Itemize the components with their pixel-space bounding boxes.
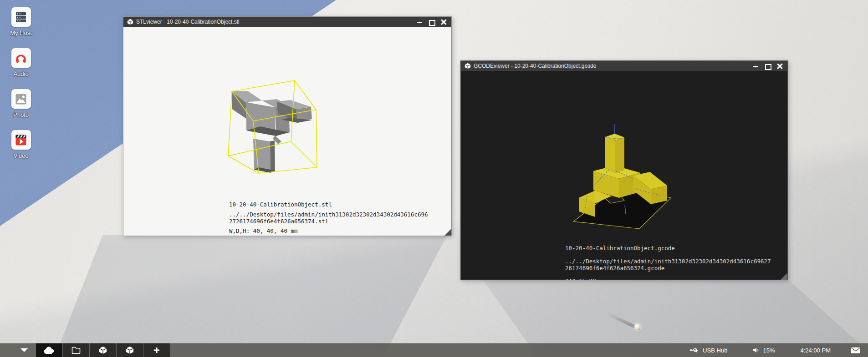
taskbar-cloud-button[interactable]	[36, 343, 62, 357]
desktop-icons: My Host Audio Photo	[0, 7, 42, 171]
stl-file-info: 10-20-40-CalibrationObject.stl ../../Des…	[229, 201, 428, 236]
stl-window-title: STLviewer - 10-20-40-CalibrationObject.s…	[136, 19, 416, 25]
stl-filepath-line2: 2726174696f6e4f626a656374.stl	[229, 218, 428, 225]
stl-filename: 10-20-40-CalibrationObject.stl	[229, 201, 428, 208]
taskbar-launchers	[13, 343, 170, 357]
desktop-icon-label: Audio	[13, 70, 28, 77]
photo-icon	[11, 89, 31, 109]
minimize-button[interactable]	[752, 63, 758, 69]
tray-usb[interactable]: USB Hub	[689, 347, 727, 354]
tray-clock[interactable]: 4:24:00 PM	[801, 347, 831, 354]
server-icon	[11, 7, 31, 27]
cube-icon	[465, 63, 471, 69]
chevron-down-icon	[20, 348, 28, 352]
volume-label: 15%	[763, 347, 775, 354]
clock-label: 4:24:00 PM	[801, 347, 831, 354]
headphones-icon	[11, 48, 31, 68]
desktop-icon-video[interactable]: Video	[0, 130, 42, 159]
desktop: My Host Audio Photo	[0, 0, 868, 357]
wall-nail	[634, 324, 640, 330]
folder-icon	[71, 347, 81, 354]
speaker-icon	[753, 347, 760, 353]
cube-icon	[99, 346, 107, 354]
cloud-icon	[44, 347, 55, 354]
stl-3d-viewport[interactable]: 10-20-40-CalibrationObject.stl ../../Des…	[123, 27, 451, 236]
stl-dimensions: W,D,H: 40, 40, 40 mm	[229, 227, 428, 234]
gcode-filesize: 244.15 KB	[565, 277, 771, 280]
desktop-icon-label: Video	[13, 152, 28, 159]
video-icon	[11, 130, 31, 150]
gcode-filename: 10-20-40-CalibrationObject.gcode	[565, 245, 771, 251]
cube-icon	[126, 346, 134, 354]
usb-icon	[689, 347, 700, 353]
minimize-button[interactable]	[416, 19, 422, 25]
taskbar-tray: USB Hub 15% 4:24:00 PM	[689, 343, 861, 357]
gcode-file-info: 10-20-40-CalibrationObject.gcode ../../D…	[565, 245, 771, 280]
desktop-icon-label: My Host	[10, 30, 32, 36]
taskbar-gcodeviewer-button[interactable]	[117, 343, 143, 357]
taskbar-expand-button[interactable]	[13, 343, 36, 357]
usb-label: USB Hub	[703, 347, 727, 354]
cube-icon	[127, 19, 133, 25]
stl-model-render	[219, 74, 333, 188]
tray-notifications[interactable]	[851, 347, 861, 354]
stl-filepath-line1: ../../Desktop/files/admin/inith31302d323…	[229, 211, 428, 218]
tray-volume[interactable]: 15%	[753, 347, 775, 354]
gcode-3d-viewport[interactable]: 10-20-40-CalibrationObject.gcode ../../D…	[461, 71, 787, 280]
stl-viewer-window: STLviewer - 10-20-40-CalibrationObject.s…	[123, 16, 452, 236]
gcode-window-title: GCODEviewer - 10-20-40-CalibrationObject…	[474, 63, 752, 69]
maximize-button[interactable]	[765, 63, 771, 69]
close-button[interactable]	[441, 19, 447, 25]
taskbar: USB Hub 15% 4:24:00 PM	[0, 343, 868, 357]
maximize-button[interactable]	[429, 19, 434, 25]
gcode-model-render	[565, 124, 684, 236]
taskbar-files-button[interactable]	[63, 343, 89, 357]
stl-window-titlebar[interactable]: STLviewer - 10-20-40-CalibrationObject.s…	[123, 17, 451, 27]
gcode-window-titlebar[interactable]: GCODEviewer - 10-20-40-CalibrationObject…	[461, 61, 787, 71]
gcode-filepath-line1: ../../Desktop/files/admin/inith31302d323…	[565, 258, 771, 265]
close-button[interactable]	[777, 63, 783, 69]
resize-grip[interactable]	[781, 273, 787, 280]
plus-icon	[153, 347, 160, 354]
gcode-viewer-window: GCODEviewer - 10-20-40-CalibrationObject…	[460, 60, 788, 280]
gcode-filepath-line2: 26174696f6e4f626a656374.gcode	[565, 265, 771, 272]
desktop-icon-photo[interactable]: Photo	[0, 89, 42, 118]
taskbar-stlviewer-button[interactable]	[90, 343, 116, 357]
desktop-icon-audio[interactable]: Audio	[0, 48, 42, 77]
desktop-icon-label: Photo	[13, 111, 29, 118]
envelope-icon	[851, 347, 861, 354]
taskbar-add-button[interactable]	[143, 343, 170, 357]
desktop-icon-my-host[interactable]: My Host	[0, 7, 42, 36]
resize-grip[interactable]	[444, 229, 451, 236]
